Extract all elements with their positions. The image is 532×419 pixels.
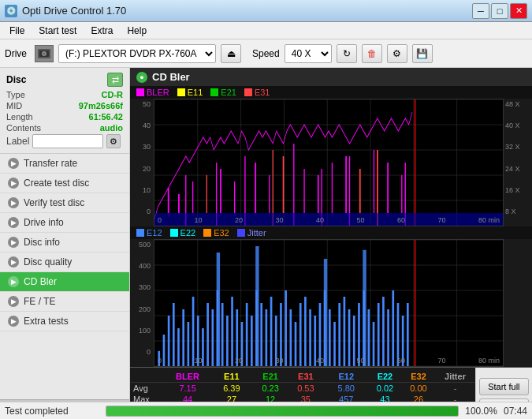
refresh-button[interactable]: ↻ — [337, 44, 357, 63]
menu-start-test[interactable]: Start test — [32, 24, 83, 38]
disc-info-panel: Disc ⇄ Type CD-R MID 97m26s66f Length 61… — [0, 68, 129, 154]
extra-tests-icon: ▶ — [8, 316, 19, 327]
disc-label-row: Label ⚙ — [6, 134, 123, 148]
sidebar-item-drive-info[interactable]: ▶ Drive info — [0, 213, 129, 233]
disc-contents-label: Contents — [6, 123, 41, 133]
extra-tests-label: Extra tests — [24, 316, 69, 327]
svg-rect-66 — [192, 297, 195, 366]
transfer-rate-label: Transfer rate — [24, 158, 77, 169]
window-controls: ─ □ ✕ — [472, 3, 527, 19]
toolbar: Drive (F:) PLEXTOR DVDR PX-760A 1.07 ⏏ S… — [0, 39, 532, 68]
disc-label-input[interactable] — [32, 134, 103, 148]
top-chart-wrapper: 50 40 30 20 10 0 — [130, 99, 532, 226]
row-avg-label: Avg — [130, 383, 166, 395]
minimize-button[interactable]: ─ — [472, 3, 489, 19]
titlebar: 💿 Opti Drive Control 1.70 ─ □ ✕ — [0, 0, 532, 22]
sidebar-item-disc-info[interactable]: ▶ Disc info — [0, 233, 129, 253]
disc-info-icon: ▶ — [8, 237, 19, 248]
disc-contents-row: Contents audio — [6, 123, 123, 133]
row-avg-bler: 7.15 — [166, 383, 210, 395]
sidebar-item-extra-tests[interactable]: ▶ Extra tests — [0, 312, 129, 331]
menu-extra[interactable]: Extra — [84, 24, 119, 38]
close-button[interactable]: ✕ — [510, 3, 527, 19]
svg-rect-74 — [231, 297, 233, 366]
speed-select[interactable]: 40 X — [285, 44, 332, 63]
right-panel: ● CD Bler BLER E11 E21 E31 — [130, 68, 532, 419]
clear-button[interactable]: 🗑 — [362, 44, 382, 63]
legend-bler-label: BLER — [147, 88, 169, 97]
eject-button[interactable]: ⏏ — [221, 44, 241, 63]
elapsed-time: 07:44 — [504, 406, 527, 417]
drive-info-label: Drive info — [24, 217, 64, 228]
drive-label: Drive — [5, 48, 27, 59]
row-avg-jitter: - — [435, 383, 475, 395]
legend-e21: E21 — [210, 88, 236, 97]
label-edit-button[interactable]: ⚙ — [106, 134, 121, 148]
left-panel: Disc ⇄ Type CD-R MID 97m26s66f Length 61… — [0, 68, 130, 419]
legend-e12-label: E12 — [147, 228, 162, 238]
sidebar-item-create-test-disc[interactable]: ▶ Create test disc — [0, 174, 129, 193]
disc-mid-value: 97m26s66f — [79, 101, 123, 110]
svg-rect-113 — [324, 259, 327, 366]
fe-te-label: FE / TE — [24, 296, 55, 307]
transfer-rate-icon: ▶ — [8, 158, 19, 169]
row-avg-e31: 0.53 — [287, 383, 324, 395]
legend-e31-label: E31 — [255, 88, 270, 97]
settings-button[interactable]: ⚙ — [387, 44, 407, 63]
app-icon: 💿 — [5, 5, 17, 17]
speed-label: Speed — [252, 48, 280, 59]
main-area: Disc ⇄ Type CD-R MID 97m26s66f Length 61… — [0, 68, 532, 419]
maximize-button[interactable]: □ — [491, 3, 508, 19]
menubar: File Start test Extra Help — [0, 22, 532, 39]
bottom-chart-wrapper: 500 400 300 200 100 0 — [130, 239, 532, 367]
table-header-row: BLER E11 E21 E31 E12 E22 E32 Jitter — [130, 371, 475, 383]
disc-header: Disc ⇄ — [6, 73, 123, 87]
sidebar-item-transfer-rate[interactable]: ▶ Transfer rate — [0, 154, 129, 174]
progress-percentage: 100.0% — [465, 406, 497, 417]
svg-rect-97 — [344, 297, 346, 366]
disc-length-value: 61:56.42 — [89, 112, 123, 122]
legend-e22-label: E22 — [180, 228, 196, 238]
row-avg-e11: 6.39 — [210, 383, 254, 395]
disc-label-label: Label — [6, 136, 29, 147]
top-chart-y-axis-right: 48 X 40 X 32 X 24 X 16 X 8 X — [504, 99, 532, 226]
legend-jitter: Jitter — [237, 228, 266, 238]
col-header-e32: E32 — [402, 371, 436, 383]
fe-te-icon: ▶ — [8, 296, 19, 307]
app-title: Opti Drive Control 1.70 — [22, 5, 126, 17]
menu-file[interactable]: File — [3, 24, 31, 38]
sidebar-item-disc-quality[interactable]: ▶ Disc quality — [0, 253, 129, 272]
progress-bar-container — [106, 406, 459, 417]
svg-rect-89 — [304, 297, 307, 366]
top-chart-legend: BLER E11 E21 E31 — [130, 86, 532, 99]
verify-test-disc-label: Verify test disc — [24, 197, 84, 208]
legend-e11: E11 — [177, 88, 203, 97]
drive-select[interactable]: (F:) PLEXTOR DVDR PX-760A 1.07 — [58, 44, 216, 63]
start-full-button[interactable]: Start full — [479, 378, 529, 395]
save-button[interactable]: 💾 — [412, 44, 433, 63]
svg-rect-85 — [285, 290, 287, 366]
col-header-jitter: Jitter — [435, 371, 475, 383]
sidebar-item-cd-bler[interactable]: ▶ CD Bler — [0, 272, 129, 292]
sidebar-nav: ▶ Transfer rate ▶ Create test disc ▶ Ver… — [0, 154, 129, 399]
svg-rect-107 — [392, 290, 394, 366]
disc-refresh-button[interactable]: ⇄ — [107, 73, 123, 87]
legend-e12: E12 — [136, 228, 162, 238]
titlebar-left: 💿 Opti Drive Control 1.70 — [5, 5, 126, 17]
sidebar-item-verify-test-disc[interactable]: ▶ Verify test disc — [0, 193, 129, 213]
top-chart-x-axis: 0 10 20 30 40 50 60 70 80 min — [154, 216, 503, 224]
col-header-e22: E22 — [368, 371, 402, 383]
legend-bler: BLER — [136, 88, 169, 97]
menu-help[interactable]: Help — [121, 24, 153, 38]
progress-bar — [106, 406, 458, 416]
col-header-e12: E12 — [324, 371, 368, 383]
col-header-label — [130, 371, 166, 383]
drive-icon — [35, 45, 54, 62]
top-chart-y-axis: 50 40 30 20 10 0 — [130, 99, 154, 226]
statusbar: Test completed 100.0% 07:44 — [0, 402, 532, 419]
legend-jitter-label: Jitter — [247, 228, 266, 238]
svg-rect-111 — [217, 253, 220, 366]
col-header-e21: E21 — [254, 371, 288, 383]
chart-title: CD Bler — [152, 71, 190, 83]
sidebar-item-fe-te[interactable]: ▶ FE / TE — [0, 292, 129, 312]
